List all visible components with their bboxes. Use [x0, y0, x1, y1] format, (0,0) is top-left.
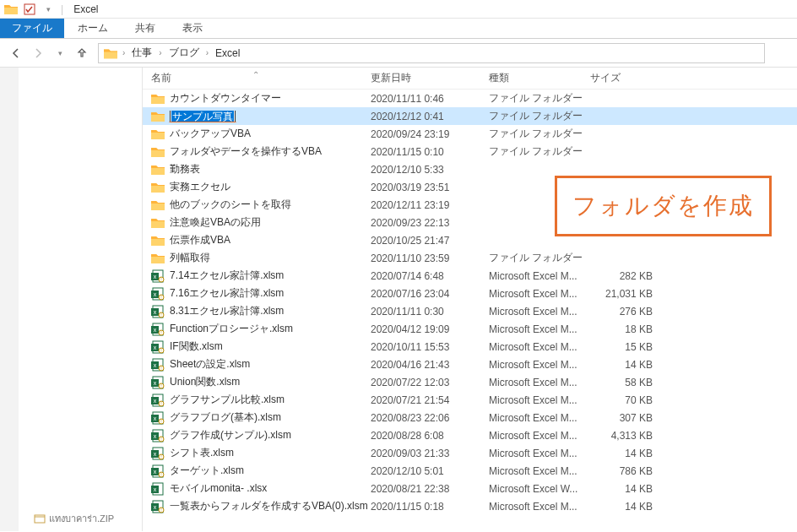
file-name-label: モバイルmonita- .xlsx: [170, 481, 267, 496]
file-name-label: ターゲット.xlsm: [170, 464, 244, 478]
cell-type: Microsoft Excel M...: [489, 341, 590, 353]
file-row[interactable]: 列幅取得2020/11/10 23:59ファイル フォルダー: [143, 249, 797, 267]
xlsm-icon: [151, 305, 165, 318]
tab-share[interactable]: 共有: [122, 19, 169, 38]
file-name-label: 勤務表: [170, 162, 200, 176]
cell-size: 14 KB: [590, 501, 658, 513]
file-list-panel: 名前 ⌃ 更新日時 種類 サイズ カウントダウンタイマー2020/11/11 0…: [143, 68, 797, 531]
xlsm-icon: [151, 340, 165, 354]
file-row[interactable]: 一覧表からフォルダを作成するVBA(0).xlsm2020/11/15 0:18…: [143, 497, 797, 515]
file-row[interactable]: 7.16エクセル家計簿.xlsm2020/07/16 23:04Microsof…: [143, 285, 797, 302]
cell-name: 勤務表: [151, 162, 371, 176]
cell-type: Microsoft Excel M...: [489, 448, 590, 459]
cell-size: 307 KB: [590, 412, 658, 424]
sidebar-gutter: [0, 68, 19, 531]
cell-date: 2020/08/21 22:38: [371, 483, 489, 495]
tab-file[interactable]: ファイル: [0, 19, 64, 38]
rename-wrapper: サンプル写真: [170, 111, 236, 122]
chevron-right-icon[interactable]: ›: [121, 48, 127, 57]
nav-recent-dropdown[interactable]: ▾: [51, 44, 69, 62]
cell-name: 注意喚起VBAの応用: [151, 215, 371, 230]
folder-icon: [151, 235, 165, 246]
file-row[interactable]: シフト表.xlsm2020/09/03 21:33Microsoft Excel…: [143, 444, 797, 462]
file-name-label: フォルダやデータを操作するVBA: [170, 144, 322, 159]
nav-forward-button[interactable]: [29, 44, 47, 62]
cell-type: Microsoft Excel W...: [489, 483, 590, 495]
file-name-label: 列幅取得: [170, 251, 210, 265]
cell-date: 2020/10/25 21:47: [371, 235, 489, 247]
cell-type: Microsoft Excel M...: [489, 288, 590, 300]
nav-up-button[interactable]: [73, 44, 91, 62]
svg-rect-1: [35, 515, 45, 523]
file-row[interactable]: サンプル写真2020/12/12 0:41ファイル フォルダー: [143, 107, 797, 125]
ribbon-tabs: ファイル ホーム 共有 表示: [0, 19, 797, 39]
file-row[interactable]: フォルダやデータを操作するVBA2020/11/15 0:10ファイル フォルダ…: [143, 143, 797, 160]
cell-type: ファイル フォルダー: [489, 251, 590, 265]
file-row[interactable]: IF関数.xlsm2020/10/11 15:53Microsoft Excel…: [143, 338, 797, 356]
qat-save-icon[interactable]: [24, 3, 35, 15]
chevron-right-icon[interactable]: ›: [157, 48, 163, 57]
cell-type: Microsoft Excel M...: [489, 501, 590, 513]
file-row[interactable]: モバイルmonita- .xlsx2020/08/21 22:38Microso…: [143, 480, 797, 497]
file-row[interactable]: Functionプロシージャ.xlsm2020/04/12 19:09Micro…: [143, 320, 797, 338]
cell-size: 70 KB: [590, 394, 658, 406]
col-header-date[interactable]: 更新日時: [371, 71, 489, 85]
file-name-label: 一覧表からフォルダを作成するVBA(0).xlsm: [170, 499, 368, 513]
col-header-size[interactable]: サイズ: [590, 71, 658, 85]
cell-size: 21,031 KB: [590, 288, 658, 300]
file-row[interactable]: グラフブログ(基本).xlsm2020/08/23 22:06Microsoft…: [143, 409, 797, 426]
cell-name: フォルダやデータを操作するVBA: [151, 144, 371, 159]
folder-icon: [151, 217, 165, 228]
file-row[interactable]: 7.14エクセル家計簿.xlsm2020/07/14 6:48Microsoft…: [143, 267, 797, 285]
file-name-label: Functionプロシージャ.xlsm: [170, 322, 293, 336]
col-header-name[interactable]: 名前 ⌃: [151, 71, 371, 85]
file-name-label: 他のブックのシートを取得: [170, 198, 291, 212]
cell-date: 2020/12/10 5:01: [371, 465, 489, 477]
file-row[interactable]: バックアップVBA2020/09/24 23:19ファイル フォルダー: [143, 125, 797, 143]
titlebar: ▾ | Excel: [0, 0, 797, 19]
cell-size: 18 KB: [590, 323, 658, 335]
file-name-label: グラフ作成(サンプル).xlsm: [170, 428, 291, 442]
rename-input[interactable]: サンプル写真: [170, 111, 236, 122]
cell-date: 2020/11/15 0:18: [371, 501, 489, 513]
col-header-type[interactable]: 種類: [489, 71, 590, 85]
cell-type: Microsoft Excel M...: [489, 412, 590, 424]
chevron-right-icon[interactable]: ›: [204, 48, 210, 57]
folder-icon: [151, 111, 165, 122]
cell-name: 列幅取得: [151, 251, 371, 265]
cell-type: Microsoft Excel M...: [489, 323, 590, 335]
xlsm-icon: [151, 429, 165, 442]
file-row[interactable]: グラフ作成(サンプル).xlsm2020/08/28 6:08Microsoft…: [143, 426, 797, 444]
nav-back-button[interactable]: [7, 44, 25, 62]
cell-size: 276 KB: [590, 306, 658, 318]
breadcrumb-item[interactable]: Excel: [214, 47, 241, 59]
tab-view[interactable]: 表示: [169, 19, 216, 38]
xlsm-icon: [151, 269, 165, 283]
cell-size: 4,313 KB: [590, 430, 658, 442]
tab-home[interactable]: ホーム: [64, 19, 122, 38]
cell-type: Microsoft Excel M...: [489, 430, 590, 442]
cell-date: 2020/09/24 23:19: [371, 128, 489, 140]
address-bar[interactable]: › 仕事 › ブログ › Excel: [98, 43, 765, 63]
file-row[interactable]: カウントダウンタイマー2020/11/11 0:46ファイル フォルダー: [143, 90, 797, 107]
file-row[interactable]: グラフサンプル比較.xlsm2020/07/21 21:54Microsoft …: [143, 391, 797, 409]
cell-name: IF関数.xlsm: [151, 339, 371, 354]
breadcrumb-item[interactable]: 仕事: [130, 46, 154, 60]
rename-underline: [169, 122, 236, 122]
sidebar-bottom-item[interactable]: แทงบาคาร่า.zip: [34, 511, 114, 526]
cell-date: 2020/12/11 23:19: [371, 199, 489, 211]
file-name-label: 8.31エクセル家計簿.xlsm: [170, 304, 284, 318]
xlsm-icon: [151, 500, 165, 513]
breadcrumb-item[interactable]: ブログ: [167, 46, 201, 60]
cell-name: シフト表.xlsm: [151, 446, 371, 460]
qat-dropdown-icon[interactable]: ▾: [42, 3, 54, 15]
file-row[interactable]: Sheetの設定.xlsm2020/04/16 21:43Microsoft E…: [143, 356, 797, 373]
file-row[interactable]: Union関数.xlsm2020/07/22 12:03Microsoft Ex…: [143, 373, 797, 391]
cell-size: 282 KB: [590, 270, 658, 282]
file-row[interactable]: 8.31エクセル家計簿.xlsm2020/11/11 0:30Microsoft…: [143, 302, 797, 320]
column-headers: 名前 ⌃ 更新日時 種類 サイズ: [143, 68, 797, 90]
cell-date: 2020/11/15 0:10: [371, 146, 489, 158]
nav-sidebar[interactable]: แทงบาคาร่า.zip: [0, 68, 143, 531]
folder-icon: [151, 182, 165, 193]
file-row[interactable]: ターゲット.xlsm2020/12/10 5:01Microsoft Excel…: [143, 462, 797, 480]
